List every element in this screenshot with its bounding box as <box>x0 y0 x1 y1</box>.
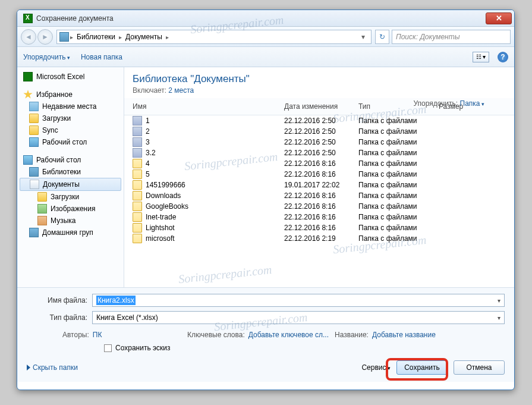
file-type: Папка с файлами <box>358 213 439 221</box>
recent-icon <box>29 102 39 111</box>
images-icon <box>37 204 47 214</box>
navbar: ◄ ► Библиотеки Документы ▾ ↻ Поиск: Доку… <box>17 27 514 47</box>
help-icon[interactable]: ? <box>498 52 508 62</box>
table-row[interactable]: microsoft22.12.2016 2:19Папка с файлами <box>124 233 514 244</box>
doctitle-value[interactable]: Добавьте название <box>372 331 436 339</box>
table-row[interactable]: 222.12.2016 2:50Папка с файлами <box>124 126 514 137</box>
table-row[interactable]: 422.12.2016 8:16Папка с файлами <box>124 158 514 169</box>
refresh-button[interactable]: ↻ <box>375 30 389 44</box>
sidebar-item-sync[interactable]: Sync <box>17 124 124 136</box>
sidebar-item-documents[interactable]: Документы <box>20 178 121 191</box>
sidebar-item-app[interactable]: Microsoft Excel <box>17 71 124 83</box>
file-date: 22.12.2016 8:16 <box>284 202 358 211</box>
search-input[interactable]: Поиск: Документы <box>392 30 511 44</box>
triangle-icon <box>27 365 30 371</box>
sidebar-item-favorites[interactable]: Избранное <box>17 89 124 101</box>
file-name: Downloads <box>146 191 181 200</box>
file-name: 1 <box>146 117 150 125</box>
music-icon <box>37 216 47 225</box>
file-date: 22.12.2016 2:50 <box>284 117 358 125</box>
chevron-icon <box>69 33 74 41</box>
file-date: 22.12.2016 2:50 <box>284 138 358 146</box>
file-name: 3 <box>146 138 150 146</box>
content-area: Библиотека "Документы" Включает: 2 места… <box>124 67 514 287</box>
sidebar-item-homegroup[interactable]: Домашняя груп <box>17 227 124 238</box>
table-row[interactable]: 145199966619.01.2017 22:02Папка с файлам… <box>124 180 514 190</box>
table-row[interactable]: 3.222.12.2016 2:50Папка с файлами <box>124 147 514 158</box>
file-type: Папка с файлами <box>358 234 439 243</box>
sidebar-item-desktop[interactable]: Рабочий стол <box>17 136 124 148</box>
library-icon <box>29 167 39 177</box>
file-date: 22.12.2016 8:16 <box>284 170 358 178</box>
includes-link[interactable]: 2 места <box>168 86 194 95</box>
file-name: microsoft <box>146 234 175 243</box>
folder-icon <box>133 127 142 136</box>
folder-icon <box>133 191 142 200</box>
view-button[interactable]: ☷ ▾ <box>473 52 489 62</box>
folder-icon <box>133 169 142 179</box>
folder-icon <box>133 223 142 233</box>
toolbar: Упорядочить Новая папка ☷ ▾ ? <box>17 47 514 67</box>
library-icon <box>59 32 69 42</box>
file-type: Папка с файлами <box>358 117 439 125</box>
desktop-icon <box>29 137 39 147</box>
sort-dropdown[interactable]: Папка <box>460 99 485 108</box>
thumbnail-checkbox[interactable] <box>104 344 112 352</box>
table-row[interactable]: Lightshot22.12.2016 8:16Папка с файлами <box>124 222 514 233</box>
file-type: Папка с файлами <box>358 181 439 189</box>
table-row[interactable]: Downloads22.12.2016 8:16Папка с файлами <box>124 190 514 201</box>
folder-icon <box>133 234 142 243</box>
sidebar-item-downloads[interactable]: Загрузки <box>17 112 124 124</box>
file-date: 22.12.2016 2:50 <box>284 127 358 136</box>
authors-value[interactable]: ПК <box>93 331 102 339</box>
file-type: Папка с файлами <box>358 170 439 178</box>
folder-icon <box>133 202 142 211</box>
table-row[interactable]: 522.12.2016 8:16Папка с файлами <box>124 169 514 180</box>
file-name: GoogleBooks <box>146 202 188 211</box>
table-row[interactable]: Inet-trade22.12.2016 8:16Папка с файлами <box>124 212 514 222</box>
sidebar-item-images[interactable]: Изображения <box>17 203 124 215</box>
breadcrumb[interactable]: Документы <box>123 33 165 41</box>
file-name: 2 <box>146 127 150 136</box>
tools-button[interactable]: Сервис <box>361 363 391 372</box>
file-date: 22.12.2016 2:19 <box>284 234 358 243</box>
table-row[interactable]: 122.12.2016 2:50Папка с файлами <box>124 115 514 126</box>
bottom-panel: Имя файла: Книга2.xlsx Тип файла: Книга … <box>17 287 514 382</box>
sidebar-item-recent[interactable]: Недавние места <box>17 101 124 112</box>
cancel-button[interactable]: Отмена <box>454 360 505 375</box>
authors-label: Авторы: <box>62 331 89 339</box>
breadcrumb[interactable]: Библиотеки <box>74 33 118 41</box>
sidebar-item-music[interactable]: Музыка <box>17 215 124 227</box>
file-name: 4 <box>146 159 150 168</box>
filetype-select[interactable]: Книга Excel (*.xlsx) <box>92 311 505 324</box>
close-button[interactable]: ✕ <box>486 12 512 24</box>
titlebar: Сохранение документа ✕ <box>17 10 514 27</box>
filename-input[interactable]: Книга2.xlsx <box>92 294 505 307</box>
window-title: Сохранение документа <box>36 14 486 23</box>
sidebar-item-desktop2[interactable]: Рабочий стол <box>17 154 124 166</box>
file-date: 19.01.2017 22:02 <box>284 181 358 189</box>
filename-label: Имя файла: <box>27 296 92 304</box>
save-button[interactable]: Сохранить <box>396 360 448 375</box>
table-row[interactable]: GoogleBooks22.12.2016 8:16Папка с файлам… <box>124 201 514 212</box>
sidebar-item-libraries[interactable]: Библиотеки <box>17 166 124 178</box>
organize-button[interactable]: Упорядочить <box>23 53 70 61</box>
forward-button[interactable]: ► <box>37 29 53 45</box>
col-name[interactable]: Имя <box>133 101 284 112</box>
file-name: 3.2 <box>146 149 156 157</box>
library-title: Библиотека "Документы" <box>133 73 506 85</box>
excel-icon <box>23 72 33 81</box>
address-bar[interactable]: Библиотеки Документы ▾ <box>56 30 372 44</box>
sidebar-item-downloads2[interactable]: Загрузки <box>17 191 124 203</box>
new-folder-button[interactable]: Новая папка <box>81 53 122 61</box>
hide-folders-button[interactable]: Скрыть папки <box>27 363 78 372</box>
file-list: 122.12.2016 2:50Папка с файлами222.12.20… <box>124 115 514 287</box>
file-type: Папка с файлами <box>358 127 439 136</box>
dropdown-icon[interactable]: ▾ <box>358 33 369 41</box>
file-type: Папка с файлами <box>358 138 439 146</box>
keywords-value[interactable]: Добавьте ключевое сл... <box>248 331 329 339</box>
back-button[interactable]: ◄ <box>21 29 36 45</box>
col-date[interactable]: Дата изменения <box>284 101 358 112</box>
document-icon <box>30 180 39 189</box>
table-row[interactable]: 322.12.2016 2:50Папка с файлами <box>124 137 514 147</box>
